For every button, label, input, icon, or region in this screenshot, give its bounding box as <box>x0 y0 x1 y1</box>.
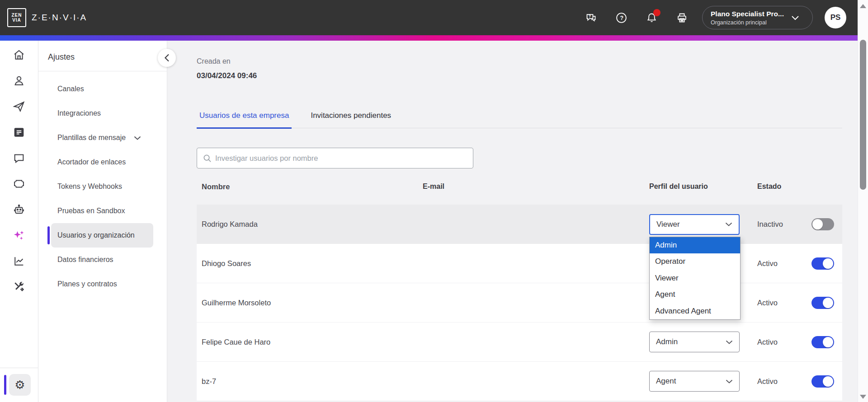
status-toggle[interactable] <box>811 257 834 270</box>
chevron-down-icon <box>726 340 733 344</box>
ai-sparkles-icon[interactable] <box>12 228 26 243</box>
tab-invitaciones-pendientes[interactable]: Invitaciones pendientes <box>308 111 394 128</box>
table-row: Rodrigo Kamada Viewer Admin Operator Vie… <box>197 205 842 244</box>
user-name: Dhiogo Soares <box>197 259 423 268</box>
rail-settings-area: ⚙ <box>0 368 38 402</box>
icon-rail: ⚙ <box>0 41 38 402</box>
svg-text:?: ? <box>620 15 623 21</box>
user-avatar[interactable]: PS <box>825 7 846 28</box>
chevron-down-icon <box>725 222 732 226</box>
table-row: Felipe Caue de Haro Admin Activo <box>197 323 842 362</box>
tools-icon[interactable] <box>12 280 26 294</box>
scrollbar-down-arrow[interactable] <box>860 395 866 399</box>
dropdown-option-operator[interactable]: Operator <box>650 253 740 270</box>
sidebar-item-canales[interactable]: Canales <box>51 77 153 101</box>
chevron-down-icon <box>134 136 141 140</box>
support-chat-icon[interactable]: ? <box>584 11 598 24</box>
status-toggle[interactable] <box>811 375 834 388</box>
org-subtitle: Organización principal <box>711 19 784 26</box>
search-icon <box>203 154 212 163</box>
status-toggle[interactable] <box>811 336 834 348</box>
status-label: Inactivo <box>757 220 783 229</box>
scrollbar-up-arrow[interactable] <box>860 4 866 8</box>
column-nombre: Nombre <box>197 182 423 191</box>
user-name: Rodrigo Kamada <box>197 220 423 229</box>
notifications-bell-icon[interactable] <box>645 11 658 24</box>
chevron-left-icon <box>164 54 170 62</box>
search-input[interactable] <box>215 154 467 163</box>
dropdown-option-agent[interactable]: Agent <box>650 286 740 303</box>
profile-select[interactable]: Agent <box>649 371 740 392</box>
sidebar-collapse-button[interactable] <box>158 49 176 67</box>
brand-wordmark: Z·E·N·V·I·A <box>32 13 87 23</box>
news-icon[interactable] <box>12 125 26 140</box>
user-name: Guilherme Morsoleto <box>197 299 423 307</box>
chat-icon[interactable] <box>12 151 26 165</box>
chevron-down-icon <box>791 15 799 20</box>
status-label: Activo <box>757 338 778 346</box>
sidebar-item-usuarios[interactable]: Usuarios y organización <box>51 223 153 248</box>
dropdown-option-viewer[interactable]: Viewer <box>650 270 740 287</box>
scrollbar-thumb[interactable] <box>860 40 866 190</box>
status-label: Activo <box>757 259 778 268</box>
sidebar-item-datos[interactable]: Datos financieros <box>51 248 153 272</box>
column-email: E-mail <box>423 182 633 191</box>
dropdown-option-advanced-agent[interactable]: Advanced Agent <box>650 303 740 320</box>
ticket-icon[interactable] <box>12 177 26 191</box>
column-estado: Estado <box>750 182 842 191</box>
reports-icon[interactable] <box>12 254 26 268</box>
printer-icon[interactable] <box>675 11 689 24</box>
table-row: bz-7 Agent Activo <box>197 362 842 401</box>
org-plan-name: Plano Specialist Pro... <box>711 10 784 18</box>
zenvia-logo-icon: ZEN VIA <box>7 8 26 27</box>
tab-bar: Usuarios de esta empresa Invitaciones pe… <box>197 111 842 128</box>
sidebar-item-acortador[interactable]: Acortador de enlaces <box>51 150 153 174</box>
active-indicator <box>4 375 6 395</box>
send-icon[interactable] <box>12 99 26 114</box>
status-toggle[interactable] <box>811 297 834 309</box>
user-name: Felipe Caue de Haro <box>197 338 423 346</box>
sidebar-item-planes[interactable]: Planes y contratos <box>51 272 153 296</box>
notification-badge <box>653 9 660 16</box>
sidebar-item-integraciones[interactable]: Integraciones <box>51 101 153 126</box>
status-toggle[interactable] <box>811 218 834 230</box>
top-header: ZEN VIA Z·E·N·V·I·A ? ? Plano Specialist… <box>0 0 868 35</box>
status-label: Activo <box>757 377 778 386</box>
brand-gradient-bar <box>0 35 868 41</box>
tab-usuarios-empresa[interactable]: Usuarios de esta empresa <box>197 111 292 129</box>
created-at-label: Creada en <box>197 57 842 65</box>
bot-icon[interactable] <box>12 202 26 217</box>
settings-gear-icon[interactable]: ⚙ <box>9 374 31 396</box>
user-search <box>197 148 473 168</box>
user-name: bz-7 <box>197 377 423 386</box>
created-at-value: 03/04/2024 09:46 <box>197 71 842 80</box>
help-icon[interactable]: ? <box>614 11 628 24</box>
sidebar-item-sandbox[interactable]: Pruebas en Sandbox <box>51 199 153 223</box>
organization-selector[interactable]: Plano Specialist Pro... Organización pri… <box>702 6 813 29</box>
main-panel: Creada en 03/04/2024 09:46 Usuarios de e… <box>167 41 868 402</box>
home-icon[interactable] <box>12 48 26 62</box>
status-label: Activo <box>757 299 778 307</box>
sidebar-title: Ajustes <box>38 41 167 62</box>
page-scrollbar <box>858 0 868 402</box>
profile-select[interactable]: Viewer <box>649 214 740 235</box>
chevron-down-icon <box>726 379 733 383</box>
contacts-icon[interactable] <box>12 74 26 88</box>
table-row: Guilherme Morsoleto Activo <box>197 283 842 323</box>
table-row: Dhiogo Soares Activo <box>197 244 842 283</box>
sidebar-item-tokens[interactable]: Tokens y Webhooks <box>51 174 153 199</box>
table-header: Nombre E-mail Perfil del usuario Estado <box>197 168 842 205</box>
profile-select[interactable]: Admin <box>649 332 740 352</box>
dropdown-option-admin[interactable]: Admin <box>650 237 740 254</box>
profile-dropdown: Admin Operator Viewer Agent Advanced Age… <box>649 237 741 320</box>
sidebar-item-plantillas[interactable]: Plantillas de mensaje <box>51 126 153 150</box>
column-perfil: Perfil del usuario <box>633 182 750 191</box>
svg-text:?: ? <box>588 14 590 19</box>
settings-sidebar: Ajustes Canales Integraciones Plantillas… <box>38 41 167 402</box>
